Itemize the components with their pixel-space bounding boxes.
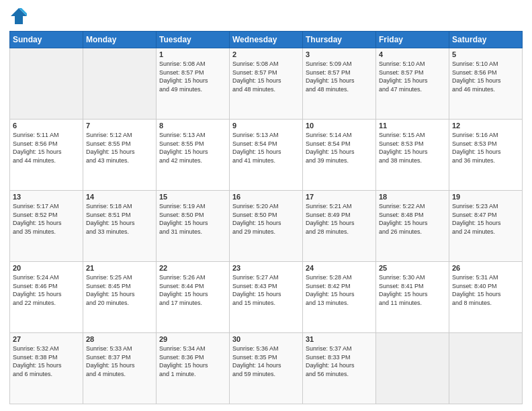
weekday-header-friday: Friday <box>376 32 449 48</box>
day-number: 30 <box>232 335 300 343</box>
day-info: Sunrise: 5:28 AM Sunset: 8:42 PM Dayligh… <box>306 273 373 307</box>
day-info: Sunrise: 5:09 AM Sunset: 8:57 PM Dayligh… <box>306 60 373 93</box>
day-number: 16 <box>232 193 300 201</box>
calendar-cell: 8Sunrise: 5:13 AM Sunset: 8:55 PM Daylig… <box>157 120 230 191</box>
day-number: 24 <box>306 264 373 272</box>
day-number: 25 <box>379 264 446 272</box>
day-info: Sunrise: 5:19 AM Sunset: 8:50 PM Dayligh… <box>159 202 226 236</box>
calendar-cell: 15Sunrise: 5:19 AM Sunset: 8:50 PM Dayli… <box>157 191 230 262</box>
calendar-cell: 26Sunrise: 5:31 AM Sunset: 8:40 PM Dayli… <box>449 262 523 333</box>
calendar-cell: 29Sunrise: 5:34 AM Sunset: 8:36 PM Dayli… <box>157 333 230 404</box>
day-number: 7 <box>86 122 153 130</box>
day-number: 13 <box>13 193 80 201</box>
day-number: 15 <box>159 193 226 201</box>
day-number: 1 <box>159 50 226 58</box>
day-info: Sunrise: 5:12 AM Sunset: 8:55 PM Dayligh… <box>86 131 153 165</box>
day-info: Sunrise: 5:13 AM Sunset: 8:54 PM Dayligh… <box>232 131 300 165</box>
calendar-week-1: 1Sunrise: 5:08 AM Sunset: 8:57 PM Daylig… <box>10 48 523 120</box>
day-info: Sunrise: 5:23 AM Sunset: 8:47 PM Dayligh… <box>452 202 519 236</box>
day-info: Sunrise: 5:21 AM Sunset: 8:49 PM Dayligh… <box>306 202 373 236</box>
calendar-week-5: 27Sunrise: 5:32 AM Sunset: 8:38 PM Dayli… <box>10 333 523 404</box>
calendar-cell <box>10 48 83 120</box>
day-number: 29 <box>159 335 226 343</box>
day-number: 31 <box>306 335 373 343</box>
calendar-cell: 14Sunrise: 5:18 AM Sunset: 8:51 PM Dayli… <box>83 191 157 262</box>
weekday-header-monday: Monday <box>83 32 157 48</box>
day-number: 26 <box>452 264 519 272</box>
calendar-cell <box>449 333 523 404</box>
day-info: Sunrise: 5:20 AM Sunset: 8:50 PM Dayligh… <box>232 202 300 236</box>
day-number: 10 <box>306 122 373 130</box>
day-info: Sunrise: 5:30 AM Sunset: 8:41 PM Dayligh… <box>379 273 446 307</box>
day-number: 19 <box>452 193 519 201</box>
day-info: Sunrise: 5:32 AM Sunset: 8:38 PM Dayligh… <box>13 345 80 378</box>
day-number: 22 <box>159 264 226 272</box>
day-info: Sunrise: 5:08 AM Sunset: 8:57 PM Dayligh… <box>232 60 300 93</box>
calendar-cell <box>376 333 449 404</box>
day-number: 21 <box>86 264 153 272</box>
day-info: Sunrise: 5:26 AM Sunset: 8:44 PM Dayligh… <box>159 273 226 307</box>
day-number: 9 <box>232 122 300 130</box>
calendar-cell: 4Sunrise: 5:10 AM Sunset: 8:57 PM Daylig… <box>376 48 449 120</box>
day-info: Sunrise: 5:22 AM Sunset: 8:48 PM Dayligh… <box>379 202 446 236</box>
header <box>9 7 523 26</box>
calendar-cell: 17Sunrise: 5:21 AM Sunset: 8:49 PM Dayli… <box>303 191 376 262</box>
page: SundayMondayTuesdayWednesdayThursdayFrid… <box>0 0 532 411</box>
calendar-cell: 24Sunrise: 5:28 AM Sunset: 8:42 PM Dayli… <box>303 262 376 333</box>
calendar-cell: 31Sunrise: 5:37 AM Sunset: 8:33 PM Dayli… <box>303 333 376 404</box>
day-info: Sunrise: 5:34 AM Sunset: 8:36 PM Dayligh… <box>159 345 226 378</box>
calendar-cell: 7Sunrise: 5:12 AM Sunset: 8:55 PM Daylig… <box>83 120 157 191</box>
day-info: Sunrise: 5:24 AM Sunset: 8:46 PM Dayligh… <box>13 273 80 307</box>
logo-icon <box>9 7 28 26</box>
day-info: Sunrise: 5:13 AM Sunset: 8:55 PM Dayligh… <box>159 131 226 165</box>
calendar-cell: 20Sunrise: 5:24 AM Sunset: 8:46 PM Dayli… <box>10 262 83 333</box>
calendar-cell: 18Sunrise: 5:22 AM Sunset: 8:48 PM Dayli… <box>376 191 449 262</box>
calendar-cell: 27Sunrise: 5:32 AM Sunset: 8:38 PM Dayli… <box>10 333 83 404</box>
calendar-week-4: 20Sunrise: 5:24 AM Sunset: 8:46 PM Dayli… <box>10 262 523 333</box>
weekday-header-row: SundayMondayTuesdayWednesdayThursdayFrid… <box>10 32 523 48</box>
calendar-cell: 9Sunrise: 5:13 AM Sunset: 8:54 PM Daylig… <box>230 120 303 191</box>
day-info: Sunrise: 5:31 AM Sunset: 8:40 PM Dayligh… <box>452 273 519 307</box>
day-number: 11 <box>379 122 446 130</box>
calendar-cell: 13Sunrise: 5:17 AM Sunset: 8:52 PM Dayli… <box>10 191 83 262</box>
calendar-cell: 25Sunrise: 5:30 AM Sunset: 8:41 PM Dayli… <box>376 262 449 333</box>
calendar-week-3: 13Sunrise: 5:17 AM Sunset: 8:52 PM Dayli… <box>10 191 523 262</box>
calendar: SundayMondayTuesdayWednesdayThursdayFrid… <box>9 31 523 404</box>
day-info: Sunrise: 5:10 AM Sunset: 8:56 PM Dayligh… <box>452 60 519 93</box>
day-number: 27 <box>13 335 80 343</box>
day-number: 12 <box>452 122 519 130</box>
day-number: 3 <box>306 50 373 58</box>
day-number: 20 <box>13 264 80 272</box>
calendar-cell: 5Sunrise: 5:10 AM Sunset: 8:56 PM Daylig… <box>449 48 523 120</box>
calendar-cell: 22Sunrise: 5:26 AM Sunset: 8:44 PM Dayli… <box>157 262 230 333</box>
weekday-header-wednesday: Wednesday <box>230 32 303 48</box>
day-info: Sunrise: 5:11 AM Sunset: 8:56 PM Dayligh… <box>13 131 80 165</box>
day-number: 5 <box>452 50 519 58</box>
day-info: Sunrise: 5:18 AM Sunset: 8:51 PM Dayligh… <box>86 202 153 236</box>
day-info: Sunrise: 5:14 AM Sunset: 8:54 PM Dayligh… <box>306 131 373 165</box>
day-info: Sunrise: 5:17 AM Sunset: 8:52 PM Dayligh… <box>13 202 80 236</box>
calendar-cell: 23Sunrise: 5:27 AM Sunset: 8:43 PM Dayli… <box>230 262 303 333</box>
calendar-cell: 21Sunrise: 5:25 AM Sunset: 8:45 PM Dayli… <box>83 262 157 333</box>
calendar-week-2: 6Sunrise: 5:11 AM Sunset: 8:56 PM Daylig… <box>10 120 523 191</box>
svg-marker-0 <box>11 8 27 24</box>
day-number: 2 <box>232 50 300 58</box>
logo <box>9 7 31 26</box>
calendar-cell: 28Sunrise: 5:33 AM Sunset: 8:37 PM Dayli… <box>83 333 157 404</box>
day-info: Sunrise: 5:15 AM Sunset: 8:53 PM Dayligh… <box>379 131 446 165</box>
day-info: Sunrise: 5:37 AM Sunset: 8:33 PM Dayligh… <box>306 345 373 378</box>
day-number: 6 <box>13 122 80 130</box>
day-info: Sunrise: 5:10 AM Sunset: 8:57 PM Dayligh… <box>379 60 446 93</box>
calendar-cell: 2Sunrise: 5:08 AM Sunset: 8:57 PM Daylig… <box>230 48 303 120</box>
day-number: 14 <box>86 193 153 201</box>
weekday-header-sunday: Sunday <box>10 32 83 48</box>
calendar-cell: 30Sunrise: 5:36 AM Sunset: 8:35 PM Dayli… <box>230 333 303 404</box>
day-number: 8 <box>159 122 226 130</box>
day-number: 4 <box>379 50 446 58</box>
calendar-cell: 11Sunrise: 5:15 AM Sunset: 8:53 PM Dayli… <box>376 120 449 191</box>
day-info: Sunrise: 5:36 AM Sunset: 8:35 PM Dayligh… <box>232 345 300 378</box>
calendar-cell: 16Sunrise: 5:20 AM Sunset: 8:50 PM Dayli… <box>230 191 303 262</box>
day-info: Sunrise: 5:16 AM Sunset: 8:53 PM Dayligh… <box>452 131 519 165</box>
day-number: 17 <box>306 193 373 201</box>
day-number: 18 <box>379 193 446 201</box>
